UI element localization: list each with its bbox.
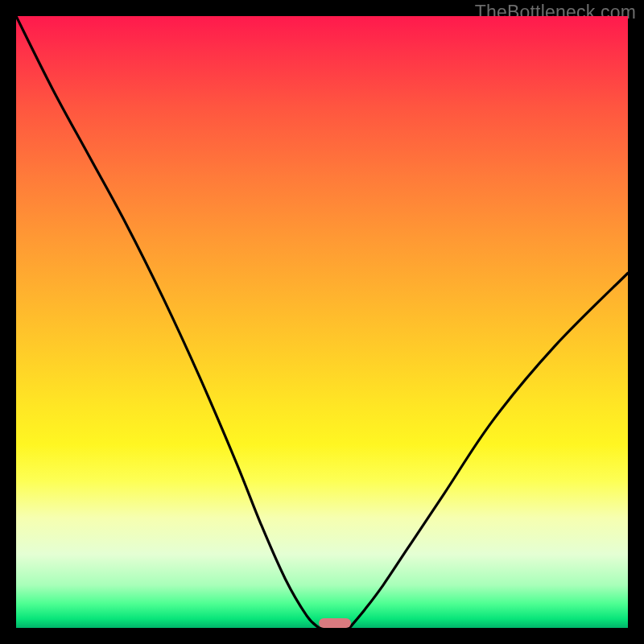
- optimum-marker: [319, 618, 351, 628]
- chart-frame: TheBottleneck.com: [0, 0, 644, 644]
- bottleneck-curve: [16, 16, 628, 628]
- plot-area: [16, 16, 628, 628]
